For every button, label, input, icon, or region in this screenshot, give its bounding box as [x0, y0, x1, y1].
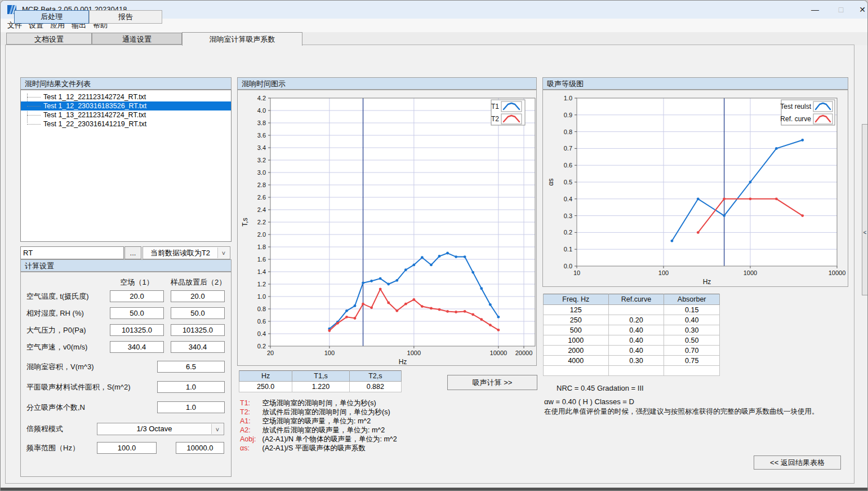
tab-2[interactable]: 混响室计算吸声系数: [182, 32, 302, 46]
table-cell: 250: [544, 315, 609, 325]
file-list-item[interactable]: Test 1_22_230316141219_RT.txt: [21, 120, 231, 129]
subtab-report[interactable]: 报告: [89, 10, 162, 24]
table-cell: 4000: [544, 356, 609, 366]
single-field-row2[interactable]: [157, 401, 225, 413]
file-name: Test 1_22_230316141219_RT.txt: [43, 120, 146, 128]
field-2-row1[interactable]: [171, 307, 225, 319]
svg-text:2.4: 2.4: [257, 206, 266, 213]
collapse-arrow-icon: <: [862, 229, 867, 236]
note-text: 放试件后混响室的吸声量，单位为: m^2: [260, 426, 385, 434]
grade-table[interactable]: Freq. HzRef.curveAbsorber1250.152500.200…: [543, 294, 720, 376]
table-cell: 0.15: [664, 305, 720, 315]
minimize-button[interactable]: —: [802, 1, 828, 19]
single-field-row0[interactable]: [157, 361, 225, 373]
browse-button[interactable]: ...: [124, 246, 141, 259]
table-header: T1,s: [292, 371, 349, 382]
table-row[interactable]: 2500.200.40: [544, 315, 720, 325]
table-row[interactable]: [544, 366, 720, 376]
field-label: 空气声速，v0(m/s): [26, 341, 87, 353]
svg-text:1.8: 1.8: [257, 244, 266, 250]
table-cell: 0.40: [664, 315, 720, 325]
octave-mode-select[interactable]: 1/3 Octave˅: [97, 423, 224, 435]
file-list-item[interactable]: Test 1_13_221123142724_RT.txt: [21, 110, 231, 120]
field-1-row0[interactable]: [110, 290, 164, 302]
svg-text:10000: 10000: [490, 350, 508, 356]
back-to-results-button[interactable]: << 返回结果表格: [754, 455, 841, 470]
table-row[interactable]: 40000.300.75: [544, 356, 720, 366]
svg-text:100: 100: [658, 269, 669, 276]
svg-text:0.8: 0.8: [257, 306, 266, 312]
note-label: A2:: [240, 426, 260, 435]
rt-name-input[interactable]: [20, 246, 124, 259]
table-row[interactable]: 5000.400.30: [544, 325, 720, 335]
table-cell: 0.40: [608, 335, 664, 346]
file-list[interactable]: Test 1_12_221123142724_RT.txtTest 1_12_2…: [20, 90, 232, 242]
table-cell: 0.75: [664, 356, 720, 366]
field-1-row3[interactable]: [110, 341, 164, 353]
svg-text:T1: T1: [491, 103, 499, 110]
svg-text:4.0: 4.0: [257, 107, 266, 114]
svg-text:0.3: 0.3: [564, 213, 572, 219]
collapse-splitter[interactable]: <: [862, 124, 868, 295]
table-row[interactable]: 20000.400.70: [544, 346, 720, 356]
svg-text:20000: 20000: [515, 350, 533, 356]
note-line: αs: (A2-A1)/S 平面吸声体的吸声系数: [240, 444, 397, 453]
table-cell: 0.40: [608, 346, 664, 356]
field-label: 频率范围（Hz）: [26, 442, 79, 454]
svg-text:3.4: 3.4: [257, 144, 266, 151]
single-field-row1[interactable]: [157, 381, 225, 393]
file-list-item[interactable]: Test 1_12_221123142724_RT.txt: [21, 92, 231, 101]
absorption-calc-button[interactable]: 吸声计算 >>: [447, 375, 537, 390]
field-label: 大气压力，P0(Pa): [26, 324, 86, 336]
svg-text:3.6: 3.6: [257, 132, 266, 139]
calc-settings-panel: 空场（1）样品放置后（2）空气温度, t(摄氏度)相对湿度, RH (%)大气压…: [20, 272, 232, 477]
note-text: 放试件后混响室的混响时间，单位为秒(s): [260, 408, 390, 416]
column-header: 样品放置后（2）: [171, 277, 225, 287]
freq-max-field[interactable]: [176, 442, 224, 454]
rt-value-table[interactable]: HzT1,sT2,s250.01.2200.882: [239, 370, 402, 392]
field-label: 混响室容积，V(m^3): [26, 361, 94, 373]
svg-text:0.0: 0.0: [564, 263, 572, 269]
note-label: T1:: [240, 399, 260, 408]
tab-0[interactable]: 文档设置: [6, 33, 92, 45]
field-1-row1[interactable]: [110, 307, 164, 319]
table-row[interactable]: 1250.15: [544, 305, 720, 315]
svg-text:T2: T2: [491, 115, 499, 123]
tree-branch-icon: [27, 106, 41, 107]
chevron-down-icon[interactable]: ˅: [217, 247, 229, 258]
field-2-row3[interactable]: [171, 341, 225, 353]
chevron-down-icon[interactable]: ˅: [211, 424, 223, 434]
note-text: (A2-A1)/S 平面吸声体的吸声系数: [260, 444, 366, 452]
note-label: αs:: [240, 444, 260, 453]
freq-min-field[interactable]: [97, 442, 157, 454]
field-2-row0[interactable]: [171, 290, 225, 302]
table-row[interactable]: 10000.400.50: [544, 335, 720, 346]
file-name: Test 1_12_230316183526_RT.txt: [43, 102, 146, 110]
svg-text:1.6: 1.6: [257, 256, 266, 263]
subtab-postprocess[interactable]: 后处理: [14, 10, 89, 24]
file-name: Test 1_13_221123142724_RT.txt: [43, 111, 146, 119]
table-cell: 0.30: [664, 325, 720, 335]
field-label: 倍频程模式: [26, 423, 63, 435]
svg-text:0.4: 0.4: [257, 330, 266, 337]
field-2-row2[interactable]: [171, 324, 225, 336]
table-row[interactable]: 250.01.2200.882: [239, 382, 402, 392]
note-label: T2:: [240, 408, 260, 417]
svg-text:3.2: 3.2: [257, 157, 266, 163]
data-read-select-value: 当前数据读取为T2: [143, 247, 217, 259]
data-read-select[interactable]: 当前数据读取为T2 ˅: [143, 246, 230, 259]
file-list-item[interactable]: Test 1_12_230316183526_RT.txt: [21, 101, 231, 110]
nrc-line: NRC = 0.45 Gradation = III: [557, 384, 644, 392]
tree-branch-icon: [27, 97, 41, 98]
close-button[interactable]: ✕: [849, 1, 868, 19]
tab-1[interactable]: 通道设置: [92, 33, 182, 45]
table-cell: 0.20: [608, 315, 664, 325]
field-1-row2[interactable]: [110, 324, 164, 336]
svg-text:Hz: Hz: [399, 358, 407, 365]
table-cell: 125: [544, 305, 609, 315]
table-cell: [608, 305, 664, 315]
svg-text:Ref. curve: Ref. curve: [780, 115, 811, 123]
svg-text:0.6: 0.6: [564, 162, 572, 169]
rt-notes: T1: 空场混响室的混响时间，单位为秒(s)T2: 放试件后混响室的混响时间，单…: [240, 399, 397, 453]
svg-text:0.8: 0.8: [564, 129, 572, 135]
